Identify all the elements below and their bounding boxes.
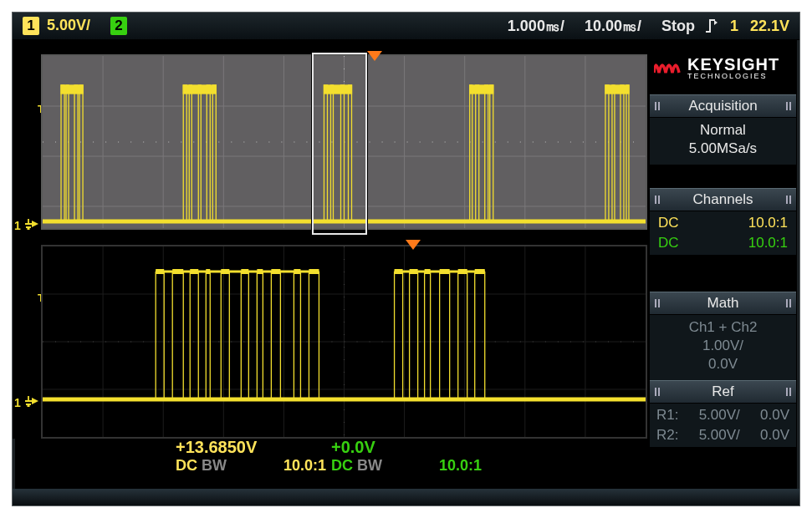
ref-row-1[interactable]: R1: 5.00V/ 0.0V	[650, 405, 796, 425]
svg-rect-16	[183, 85, 216, 94]
footer-bar	[13, 489, 799, 505]
waveform-area[interactable]	[41, 54, 647, 439]
ch2-probe-sb: 10.0:1	[748, 233, 788, 253]
trigger-time-indicator-top	[367, 51, 382, 61]
ground-column	[13, 39, 41, 439]
ch1-bw: BW	[202, 457, 227, 474]
ch2-coupling-sb: DC	[658, 233, 679, 253]
ref-panel: R1: 5.00V/ 0.0V R2: 5.00V/ 0.0V	[650, 404, 796, 447]
ch2-probe: 10.0:1	[439, 457, 482, 475]
zoom-waveform[interactable]	[41, 245, 647, 439]
run-stop-state[interactable]: Stop	[651, 18, 705, 35]
svg-rect-15	[61, 85, 83, 94]
acquisition-panel: Normal 5.00MSa/s	[650, 118, 796, 165]
acquisition-header[interactable]: Acquisition	[650, 94, 796, 118]
math-header[interactable]: Math	[650, 292, 796, 315]
trigger-channel[interactable]: 1	[730, 18, 738, 35]
svg-rect-19	[605, 85, 629, 94]
math-op: Ch1 + Ch2	[650, 318, 796, 337]
math-offset: 0.0V	[650, 355, 796, 373]
ref-row-2[interactable]: R2: 5.00V/ 0.0V	[650, 425, 796, 445]
acq-rate: 5.00MSa/s	[650, 140, 796, 158]
time-per-div[interactable]: 1.000㎳/	[498, 16, 575, 36]
right-sidebar: KEYSIGHT TECHNOLOGIES Acquisition Normal…	[650, 43, 796, 489]
overview-waveform[interactable]	[41, 54, 647, 230]
top-status-bar: 1 5.00V/ 2 1.000㎳/ 10.00㎳/ Stop 1 22.1V	[13, 13, 799, 40]
svg-rect-17	[324, 85, 351, 94]
ch2-measurement: +0.0V	[331, 437, 482, 457]
ch1-measurement: +13.6850V	[176, 437, 326, 457]
acq-mode: Normal	[650, 121, 796, 140]
trigger-edge-icon	[705, 18, 718, 33]
trigger-level[interactable]: 22.1V	[750, 18, 789, 35]
ch1-badge[interactable]: 1	[23, 17, 39, 35]
ch1-coupling: DC	[176, 457, 197, 474]
svg-rect-18	[470, 85, 493, 94]
trigger-time-indicator-bot	[406, 240, 421, 250]
channels-header[interactable]: Channels	[650, 188, 796, 211]
ch1-probe: 10.0:1	[283, 457, 326, 475]
ch2-coupling: DC	[331, 457, 353, 474]
keysight-wave-icon	[654, 56, 682, 81]
channel-row-2[interactable]: DC 10.0:1	[650, 233, 796, 253]
ref-header[interactable]: Ref	[650, 380, 796, 404]
brand-name: KEYSIGHT	[687, 57, 779, 72]
math-scale: 1.00V/	[650, 337, 796, 355]
ch1-coupling-sb: DC	[658, 213, 679, 233]
math-panel: Ch1 + Ch2 1.00V/ 0.0V	[650, 315, 796, 380]
brand-sub: TECHNOLOGIES	[687, 72, 779, 80]
channels-panel: DC 10.0:1 DC 10.0:1	[650, 211, 796, 255]
ch1-vscale[interactable]: 5.00V/	[47, 17, 90, 33]
brand-logo: KEYSIGHT TECHNOLOGIES	[650, 43, 796, 94]
ground-marker-ch1-bot: 1	[14, 395, 39, 409]
ch2-bw: BW	[357, 457, 382, 474]
time-position[interactable]: 10.00㎳/	[575, 16, 651, 36]
channel-row-1[interactable]: DC 10.0:1	[650, 213, 796, 233]
ch2-badge[interactable]: 2	[110, 17, 127, 35]
ground-marker-ch1-top: 1	[14, 218, 39, 232]
ch1-probe-sb: 10.0:1	[748, 213, 788, 233]
